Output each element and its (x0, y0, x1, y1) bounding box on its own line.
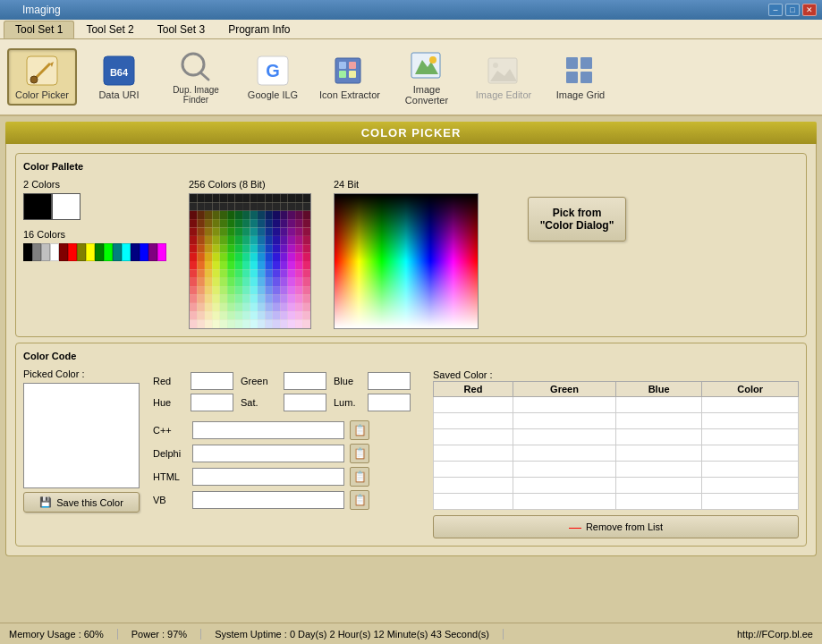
svg-rect-23 (566, 72, 578, 83)
svg-text:G: G (266, 61, 280, 80)
memory-status: Memory Usage : 60% (9, 629, 118, 640)
dup-image-finder-icon (178, 49, 214, 83)
tab-toolset2[interactable]: Tool Set 2 (74, 21, 145, 38)
icon-extractor-label: Icon Extractor (319, 89, 380, 100)
vb-input[interactable] (192, 491, 344, 509)
uptime-status: System Uptime : 0 Day(s) 2 Hour(s) 12 Mi… (215, 629, 504, 640)
lum-label: Lum. (334, 397, 360, 408)
remove-icon: — (569, 520, 581, 534)
color-grid-256[interactable] (189, 193, 311, 329)
svg-rect-13 (339, 71, 346, 78)
table-row[interactable] (434, 413, 799, 429)
tool-image-converter[interactable]: Image Converter (392, 44, 462, 110)
table-row[interactable] (434, 397, 799, 413)
green-input[interactable] (284, 372, 326, 390)
tab-programinfo[interactable]: Program Info (216, 21, 301, 38)
app-icon (5, 4, 18, 16)
cpp-label: C++ (153, 425, 187, 436)
color-picker-label: Color Picker (15, 89, 69, 100)
saved-color-label: Saved Color : (433, 369, 493, 380)
image-converter-label: Image Converter (396, 84, 457, 106)
tab-toolset3[interactable]: Tool Set 3 (146, 21, 216, 38)
col-green: Green (513, 382, 616, 397)
google-ilg-icon: G (255, 54, 291, 88)
window-controls: – □ ✕ (768, 4, 817, 16)
two-colors-label: 2 Colors (23, 179, 166, 190)
colors-24bit-label: 24 Bit (334, 179, 479, 190)
red-input[interactable] (191, 372, 233, 390)
blue-input[interactable] (368, 372, 411, 390)
cpp-input[interactable] (192, 421, 344, 439)
html-input[interactable] (192, 468, 344, 486)
hue-input[interactable] (191, 394, 233, 411)
remove-from-list-button[interactable]: — Remove from List (433, 515, 799, 538)
color-white (52, 193, 81, 220)
hue-label: Hue (153, 397, 183, 408)
svg-rect-10 (335, 58, 360, 83)
picked-color-display (23, 383, 140, 488)
minimize-button[interactable]: – (768, 4, 783, 16)
red-label: Red (153, 376, 183, 386)
table-row[interactable] (434, 478, 799, 494)
data-uri-label: Data URI (98, 89, 139, 100)
cpp-copy-button[interactable]: 📋 (350, 420, 369, 440)
delphi-input[interactable] (192, 445, 344, 462)
tool-data-uri[interactable]: B64 Data URI (84, 49, 154, 105)
sat-input[interactable] (284, 394, 326, 411)
image-editor-icon (486, 54, 521, 88)
svg-rect-24 (580, 72, 592, 83)
delphi-copy-button[interactable]: 📋 (350, 444, 369, 463)
image-editor-label: Image Editor (476, 89, 531, 100)
table-row[interactable] (434, 445, 799, 462)
tool-color-picker[interactable]: Color Picker (7, 48, 77, 106)
green-label: Green (241, 376, 276, 386)
svg-point-2 (30, 76, 38, 83)
colors-256-label: 256 Colors (8 Bit) (189, 179, 311, 190)
dup-image-finder-label: Dup. Image Finder (165, 85, 226, 105)
tool-dup-image-finder[interactable]: Dup. Image Finder (161, 45, 231, 109)
tool-image-grid[interactable]: Image Grid (546, 49, 615, 105)
tool-google-ilg[interactable]: G Google ILG (238, 49, 308, 105)
close-button[interactable]: ✕ (802, 4, 817, 16)
lum-input[interactable] (368, 394, 411, 411)
palette-title: Color Pallete (23, 161, 799, 172)
main-content: COLOR PICKER Color Pallete 2 Colors 16 C… (0, 116, 822, 639)
sat-label: Sat. (241, 397, 276, 408)
svg-rect-21 (566, 57, 578, 69)
delphi-label: Delphi (153, 448, 187, 459)
status-bar: Memory Usage : 60% Power : 97% System Up… (0, 623, 822, 644)
blue-label: Blue (334, 376, 360, 386)
power-status: Power : 97% (131, 629, 201, 640)
app-title: Imaging (22, 4, 61, 16)
col-blue: Blue (615, 382, 701, 397)
svg-line-7 (200, 72, 208, 80)
save-icon: 💾 (39, 496, 52, 508)
menu-bar: Tool Set 1 Tool Set 2 Tool Set 3 Program… (0, 20, 822, 39)
icon-extractor-icon (332, 54, 368, 88)
sixteen-colors-strip[interactable] (23, 243, 166, 261)
col-red: Red (434, 382, 513, 397)
picked-color-label: Picked Color : (23, 369, 140, 379)
table-row[interactable] (434, 429, 799, 445)
svg-rect-12 (349, 62, 356, 69)
vb-copy-button[interactable]: 📋 (350, 490, 369, 510)
save-color-button[interactable]: 💾 Save this Color (23, 492, 140, 513)
table-row[interactable] (434, 462, 799, 478)
image-grid-label: Image Grid (556, 89, 605, 100)
svg-rect-22 (580, 57, 592, 69)
maximize-button[interactable]: □ (785, 4, 800, 16)
pick-dialog-button[interactable]: Pick from "Color Dialog" (528, 197, 626, 242)
sixteen-colors-label: 16 Colors (23, 229, 166, 240)
vb-label: VB (153, 495, 187, 505)
col-color: Color (702, 382, 799, 397)
color-code-title: Color Code (23, 351, 799, 361)
table-row[interactable] (434, 494, 799, 510)
svg-point-19 (493, 63, 498, 68)
html-copy-button[interactable]: 📋 (350, 467, 369, 487)
data-uri-icon: B64 (101, 54, 137, 88)
image-grid-icon (563, 54, 598, 88)
tab-toolset1[interactable]: Tool Set 1 (4, 21, 74, 38)
html-label: HTML (153, 471, 187, 482)
color-grid-24bit[interactable] (334, 193, 479, 329)
tool-icon-extractor[interactable]: Icon Extractor (315, 49, 385, 105)
